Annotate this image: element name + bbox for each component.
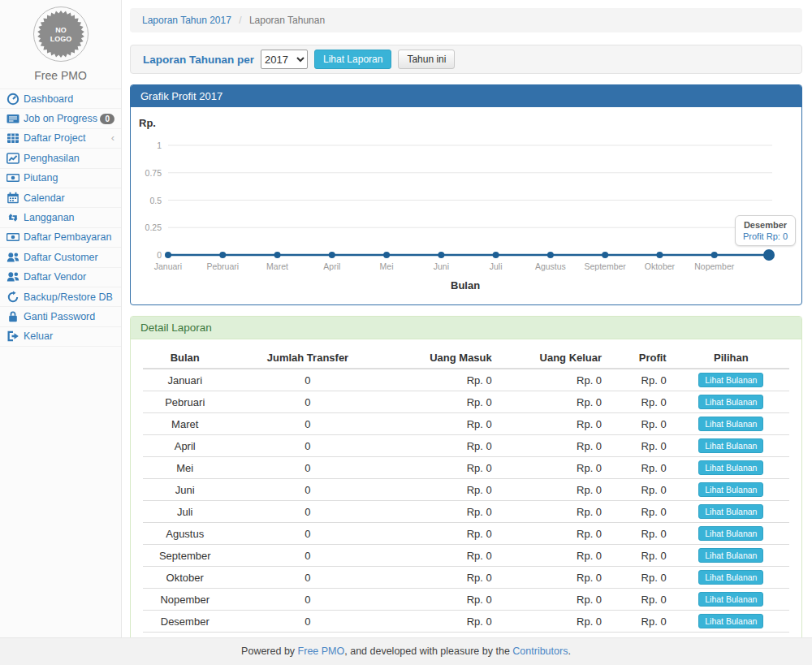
sidebar-item-dashboard[interactable]: Dashboard bbox=[0, 89, 121, 109]
cell-profit: Rp. 0 bbox=[608, 611, 673, 633]
cell-bulan: Agustus bbox=[143, 523, 227, 545]
breadcrumb-link-laporan-tahun[interactable]: Laporan Tahun 2017 bbox=[142, 15, 231, 26]
briefcase-list-icon bbox=[6, 114, 19, 124]
cell-uang-keluar: Rp. 0 bbox=[499, 435, 608, 457]
cell-jumlah-transfer: 0 bbox=[227, 435, 388, 457]
sidebar-item-daftar-pembayaran[interactable]: Daftar Pembayaran bbox=[0, 228, 121, 248]
sidebar-item-penghasilan[interactable]: Penghasilan bbox=[0, 149, 121, 168]
cell-bulan: Maret bbox=[143, 413, 227, 435]
view-month-button-januari[interactable]: Lihat Bulanan bbox=[698, 373, 763, 387]
cell-jumlah-transfer: 0 bbox=[227, 413, 388, 435]
sidebar-item-keluar[interactable]: Keluar bbox=[0, 327, 121, 347]
cell-bulan: Juni bbox=[143, 479, 227, 501]
data-point-agustus[interactable] bbox=[547, 252, 554, 258]
cell-jumlah-transfer: 0 bbox=[227, 369, 388, 391]
sidebar-item-label: Daftar Pembayaran bbox=[24, 231, 111, 243]
x-tick-label: September bbox=[577, 261, 633, 271]
view-month-button-agustus[interactable]: Lihat Bulanan bbox=[698, 526, 763, 541]
cell-uang-masuk: Rp. 0 bbox=[388, 611, 498, 633]
cell-jumlah-transfer: 0 bbox=[227, 391, 388, 413]
sidebar-item-daftar-project[interactable]: Daftar Project‹ bbox=[0, 129, 121, 149]
sidebar-item-job-on-progress[interactable]: Job on Progress0 bbox=[0, 109, 121, 128]
cell-jumlah-transfer: 0 bbox=[227, 523, 388, 545]
main-content: Laporan Tahun 2017 / Laporan Tahunan Lap… bbox=[122, 0, 812, 637]
data-point-september[interactable] bbox=[602, 252, 608, 258]
cell-uang-keluar: Rp. 0 bbox=[499, 413, 608, 435]
filter-label: Laporan Tahunan per bbox=[143, 54, 254, 66]
data-point-juni[interactable] bbox=[438, 252, 444, 258]
y-tick-label: 0.75 bbox=[132, 168, 162, 178]
chart-panel-title: Grafik Profit 2017 bbox=[131, 85, 801, 107]
this-year-button[interactable]: Tahun ini bbox=[398, 50, 455, 69]
table-row-nopember: Nopember 0 Rp. 0 Rp. 0 Rp. 0 Lihat Bulan… bbox=[143, 589, 789, 611]
cell-uang-keluar: Rp. 0 bbox=[499, 479, 608, 501]
sidebar-item-label: Piutang bbox=[24, 172, 58, 184]
sidebar-item-piutang[interactable]: Piutang bbox=[0, 169, 121, 188]
cell-jumlah-transfer: 0 bbox=[227, 589, 388, 611]
view-month-button-maret[interactable]: Lihat Bulanan bbox=[698, 417, 763, 431]
view-month-button-september[interactable]: Lihat Bulanan bbox=[698, 548, 763, 563]
sidebar-item-backup-restore-db[interactable]: Backup/Restore DB bbox=[0, 287, 121, 307]
table-row-april: April 0 Rp. 0 Rp. 0 Rp. 0 Lihat Bulanan bbox=[143, 435, 789, 457]
data-point-juli[interactable] bbox=[493, 252, 499, 258]
sidebar-nav: DashboardJob on Progress0Daftar Project‹… bbox=[0, 89, 121, 347]
cell-uang-masuk: Rp. 0 bbox=[388, 523, 498, 545]
cell-profit: Rp. 0 bbox=[608, 567, 673, 589]
data-point-oktober[interactable] bbox=[656, 252, 663, 258]
table-row-juli: Juli 0 Rp. 0 Rp. 0 Rp. 0 Lihat Bulanan bbox=[143, 501, 789, 523]
cell-profit: Rp. 0 bbox=[608, 589, 673, 611]
view-month-button-juni[interactable]: Lihat Bulanan bbox=[698, 482, 763, 497]
chevron-left-icon: ‹ bbox=[111, 134, 114, 142]
column-header-uang-masuk: Uang Masuk bbox=[388, 348, 498, 369]
chart-tooltip: Desember Profit Rp: 0 bbox=[735, 215, 796, 246]
footer-link-free-pmo[interactable]: Free PMO bbox=[298, 646, 345, 657]
view-report-button[interactable]: Lihat Laporan bbox=[314, 50, 391, 69]
cell-uang-masuk: Rp. 0 bbox=[388, 567, 498, 589]
sidebar-item-daftar-customer[interactable]: Daftar Customer bbox=[0, 248, 121, 267]
sidebar-item-daftar-vendor[interactable]: Daftar Vendor bbox=[0, 268, 121, 287]
column-header-profit: Profit bbox=[608, 348, 673, 369]
footer-link-contributors[interactable]: Contributors bbox=[512, 646, 568, 657]
data-point-pebruari[interactable] bbox=[219, 252, 226, 258]
money-icon bbox=[6, 173, 19, 184]
year-select[interactable]: 2017 bbox=[261, 50, 308, 69]
cell-profit: Rp. 0 bbox=[608, 391, 673, 413]
table-row-oktober: Oktober 0 Rp. 0 Rp. 0 Rp. 0 Lihat Bulana… bbox=[143, 567, 789, 589]
x-tick-label: Oktober bbox=[631, 261, 688, 271]
cell-bulan: September bbox=[143, 545, 227, 567]
cell-profit: Rp. 0 bbox=[608, 545, 673, 567]
cell-profit: Rp. 0 bbox=[608, 523, 673, 545]
sidebar-item-langganan[interactable]: Langganan bbox=[0, 208, 121, 227]
x-tick-label: Juli bbox=[468, 261, 525, 271]
cell-jumlah-transfer: 0 bbox=[227, 567, 388, 589]
data-point-april[interactable] bbox=[329, 252, 335, 258]
view-month-button-mei[interactable]: Lihat Bulanan bbox=[698, 460, 763, 475]
data-point-desember[interactable] bbox=[763, 249, 775, 261]
footer-text-middle: , and developed with pleasure by the bbox=[344, 646, 512, 657]
sidebar-item-calendar[interactable]: Calendar bbox=[0, 188, 121, 208]
sidebar-item-label: Daftar Customer bbox=[24, 252, 98, 263]
cell-profit: Rp. 0 bbox=[608, 413, 673, 435]
view-month-button-april[interactable]: Lihat Bulanan bbox=[698, 438, 763, 453]
cell-uang-keluar: Rp. 0 bbox=[499, 589, 608, 611]
profit-chart-panel: Grafik Profit 2017 Rp.00.250.50.751Janua… bbox=[130, 84, 802, 305]
view-month-button-pebruari[interactable]: Lihat Bulanan bbox=[698, 395, 763, 409]
table-row-januari: Januari 0 Rp. 0 Rp. 0 Rp. 0 Lihat Bulana… bbox=[143, 369, 789, 391]
footer-text-suffix: . bbox=[568, 646, 570, 657]
view-month-button-desember[interactable]: Lihat Bulanan bbox=[698, 614, 763, 628]
view-month-button-oktober[interactable]: Lihat Bulanan bbox=[698, 570, 763, 585]
breadcrumb-current: Laporan Tahunan bbox=[249, 15, 325, 26]
view-month-button-juli[interactable]: Lihat Bulanan bbox=[698, 504, 763, 519]
x-tick-label: Mei bbox=[358, 261, 415, 271]
data-point-maret[interactable] bbox=[274, 252, 281, 258]
data-point-januari[interactable] bbox=[165, 252, 171, 258]
data-point-nopember[interactable] bbox=[711, 252, 718, 258]
data-point-mei[interactable] bbox=[383, 252, 390, 258]
sidebar-item-label: Keluar bbox=[24, 330, 53, 342]
column-header-bulan: Bulan bbox=[143, 348, 227, 369]
cell-uang-keluar: Rp. 0 bbox=[499, 369, 608, 391]
y-tick-label: 0.25 bbox=[132, 222, 162, 232]
cell-uang-masuk: Rp. 0 bbox=[388, 545, 498, 567]
sidebar-item-ganti-password[interactable]: Ganti Password bbox=[0, 307, 121, 326]
view-month-button-nopember[interactable]: Lihat Bulanan bbox=[698, 592, 763, 607]
